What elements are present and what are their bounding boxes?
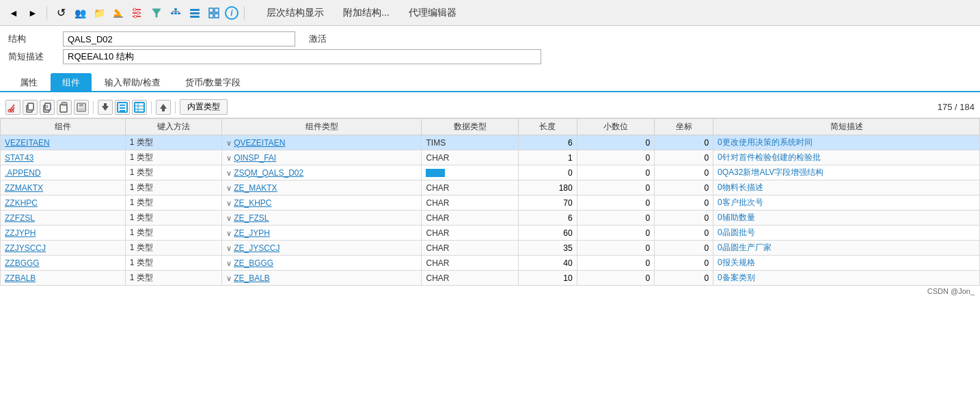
cell-length: 35 [518, 241, 577, 256]
toolbar-divider-2 [244, 6, 245, 20]
component-link[interactable]: ZZJYPH [5, 228, 36, 238]
toolbar-divider-1 [46, 6, 47, 20]
short-desc-input[interactable] [63, 49, 541, 64]
dropdown-chevron[interactable]: ∨ [226, 214, 234, 222]
comp-type-link[interactable]: QVEZEITAEN [234, 138, 285, 148]
comp-type-link[interactable]: ZE_JYPH [234, 228, 270, 238]
cell-component: .APPEND [1, 165, 126, 180]
col-decimal: 小数位 [577, 119, 655, 135]
component-link[interactable]: VEZEITAEN [5, 138, 50, 148]
cut-button[interactable] [5, 100, 21, 115]
structure-input[interactable] [63, 31, 295, 46]
cell-coord: 0 [655, 226, 713, 241]
table-toolbar-divider2 [151, 101, 152, 113]
refresh-button[interactable]: ↺ [53, 5, 69, 21]
cell-desc: 0报关规格 [713, 256, 980, 271]
folder-button[interactable]: 📁 [91, 5, 107, 21]
menu-hierarchy[interactable]: 层次结构显示 [267, 7, 324, 19]
cell-decimal: 0 [577, 211, 655, 226]
structure-row: 结构 激活 [8, 31, 972, 46]
short-desc-label: 简短描述 [8, 51, 63, 63]
tab-input-help[interactable]: 输入帮助/检查 [93, 73, 172, 92]
save-button[interactable] [74, 100, 89, 115]
grid-button[interactable] [206, 5, 222, 21]
dropdown-chevron[interactable]: ∨ [226, 274, 234, 282]
cell-component: ZZKHPC [1, 195, 126, 211]
svg-rect-2 [113, 16, 123, 18]
comp-type-link[interactable]: ZE_MAKTX [234, 183, 277, 193]
col-key-method: 键入方法 [125, 119, 221, 135]
svg-rect-32 [60, 105, 67, 112]
col-length: 长度 [518, 119, 577, 135]
cell-desc: 0晶圆批号 [713, 226, 980, 241]
footer-text: CSDN @Jon_ [927, 287, 975, 295]
cell-comp-type: ∨ ZE_BGGG [222, 256, 422, 271]
comp-type-link[interactable]: ZE_FZSL [234, 213, 269, 223]
svg-rect-22 [215, 14, 219, 18]
svg-rect-30 [45, 103, 51, 110]
tab-components[interactable]: 组件 [51, 73, 92, 92]
cell-decimal: 0 [577, 256, 655, 271]
cell-key-method: 1 类型 [125, 195, 221, 211]
comp-type-link[interactable]: ZE_JYSCCJ [234, 243, 280, 253]
dropdown-chevron[interactable]: ∨ [226, 199, 234, 207]
move-down-button[interactable] [98, 100, 113, 115]
comp-type-link[interactable]: ZE_BALB [234, 273, 270, 283]
dropdown-chevron[interactable]: ∨ [226, 259, 234, 267]
svg-rect-21 [209, 14, 213, 18]
dropdown-chevron[interactable]: ∨ [226, 229, 234, 237]
comp-type-link[interactable]: ZE_BGGG [234, 258, 273, 268]
component-link[interactable]: STAT43 [5, 153, 33, 163]
component-link[interactable]: ZZMAKTX [5, 183, 43, 193]
short-desc-row: 简短描述 [8, 49, 972, 64]
copy2-button[interactable] [40, 100, 55, 115]
tab-currency-qty[interactable]: 货币/数量字段 [174, 73, 253, 92]
component-link[interactable]: ZZBALB [5, 273, 36, 283]
edit-button[interactable] [110, 5, 126, 21]
filter-button[interactable] [148, 5, 165, 21]
cell-data-type: CHAR [422, 241, 518, 256]
cell-component: ZZBGGG [1, 256, 126, 271]
inner-type-button[interactable]: 内置类型 [180, 99, 228, 115]
table-row: ZZBALB1 类型∨ ZE_BALBCHAR10000备案类别 [1, 271, 980, 286]
paste-button[interactable] [57, 100, 72, 115]
dropdown-chevron[interactable]: ∨ [226, 184, 234, 192]
component-link[interactable]: ZZFZSL [5, 213, 35, 223]
component-link[interactable]: ZZKHPC [5, 198, 38, 208]
info-button[interactable]: i [225, 6, 239, 20]
dropdown-chevron[interactable]: ∨ [226, 154, 234, 162]
dropdown-chevron[interactable]: ∨ [226, 169, 234, 177]
forward-button[interactable]: ► [25, 5, 41, 21]
table-row: VEZEITAEN1 类型∨ QVEZEITAENTIMS6000更改使用决策的… [1, 135, 980, 150]
users-button[interactable]: 👥 [72, 5, 88, 21]
menu-agent-editor[interactable]: 代理编辑器 [409, 7, 457, 19]
settings-button[interactable] [129, 5, 146, 21]
menu-additional[interactable]: 附加结构... [343, 7, 390, 19]
comp-type-link[interactable]: ZE_KHPC [234, 198, 271, 208]
component-link[interactable]: ZZJYSCCJ [5, 243, 46, 253]
tab-attributes[interactable]: 属性 [8, 73, 49, 92]
activate-button[interactable]: 激活 [309, 33, 327, 45]
cell-data-type: CHAR [422, 226, 518, 241]
dropdown-chevron[interactable]: ∨ [226, 244, 234, 252]
list-button[interactable] [187, 5, 203, 21]
svg-rect-18 [190, 16, 200, 18]
back-button[interactable]: ◄ [5, 5, 22, 21]
comp-type-link[interactable]: ZSQM_QALS_D02 [234, 168, 303, 178]
cell-decimal: 0 [577, 135, 655, 150]
col-component: 组件 [1, 119, 126, 135]
component-link[interactable]: .APPEND [5, 168, 41, 178]
tree-button[interactable] [167, 5, 184, 21]
copy-button[interactable] [23, 100, 38, 115]
component-link[interactable]: ZZBGGG [5, 258, 40, 268]
box-button[interactable] [115, 100, 130, 115]
comp-type-link[interactable]: QINSP_FAI [234, 153, 276, 163]
dropdown-chevron[interactable]: ∨ [226, 139, 234, 147]
cell-data-type [422, 165, 518, 180]
svg-rect-43 [120, 110, 125, 111]
box2-button[interactable] [132, 100, 147, 115]
move-up-button[interactable] [156, 100, 171, 115]
cell-data-type: CHAR [422, 150, 518, 165]
cell-coord: 0 [655, 150, 713, 165]
cell-data-type: CHAR [422, 256, 518, 271]
